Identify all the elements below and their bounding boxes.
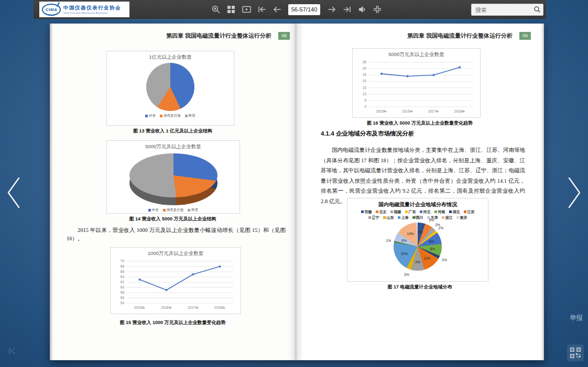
legend-swatch	[368, 216, 371, 219]
svg-text:5: 5	[364, 98, 366, 102]
svg-text:66: 66	[121, 270, 125, 273]
first-page-button[interactable]	[256, 4, 267, 15]
magnifier-plus-icon	[211, 5, 221, 14]
arrow-right-icon	[327, 5, 337, 14]
legend-swatch	[361, 210, 364, 213]
skip-start-icon	[7, 346, 18, 355]
previous-spread-button[interactable]	[3, 175, 26, 210]
grid-icon	[226, 5, 236, 14]
legend-item: 民营	[188, 208, 198, 213]
legend-item: 国有及控股	[160, 114, 181, 118]
association-logo[interactable]: CIMA 中国仪器仪表行业协会 China Instrument Manufac…	[39, 2, 129, 17]
book-spread: 第四章 我国电磁流量计行业整体运行分析 48 1亿元以上企业数量外资国有及控股民…	[50, 24, 544, 360]
svg-text:10: 10	[363, 92, 367, 96]
legend-swatch	[456, 216, 459, 219]
svg-text:2017年: 2017年	[428, 109, 439, 113]
page-number-badge: 49	[519, 32, 531, 40]
svg-text:2017年: 2017年	[188, 306, 199, 309]
right-page-header: 第四章 我国电磁流量计行业整体运行分析 49	[407, 32, 531, 40]
pie-shape	[146, 63, 194, 111]
toolbar: CIMA 中国仪器仪表行业协会 China Instrument Manufac…	[34, 0, 546, 19]
report-link[interactable]: 举报	[570, 314, 583, 322]
legend-swatch	[160, 115, 162, 117]
legend-item: 辽宁	[368, 215, 379, 220]
qr-code-icon	[570, 348, 581, 358]
pie-slice-label: 5%	[418, 230, 422, 233]
skip-end-icon	[342, 5, 352, 14]
pie-slice-label: 6%	[401, 239, 406, 242]
svg-text:58: 58	[121, 291, 125, 294]
fullscreen-button[interactable]	[372, 4, 383, 15]
pie3d-plot	[129, 153, 217, 205]
speaker-icon	[357, 5, 367, 14]
svg-text:60: 60	[121, 285, 125, 289]
qr-code-button[interactable]	[567, 344, 584, 361]
pie-slice-label: 1%	[414, 215, 419, 219]
next-page-button[interactable]	[326, 4, 337, 15]
svg-text:20: 20	[363, 79, 367, 83]
svg-text:2015年: 2015年	[134, 306, 145, 309]
pie-slice-label: 1%	[386, 239, 391, 242]
legend-swatch	[383, 216, 386, 219]
legend-swatch	[449, 210, 452, 213]
pie-slice-label: 14%	[407, 232, 414, 236]
legend-swatch	[163, 209, 166, 212]
svg-text:2018年: 2018年	[214, 306, 225, 309]
svg-text:68: 68	[121, 264, 125, 268]
page-indicator-input[interactable]	[288, 4, 320, 15]
search-input[interactable]	[471, 4, 543, 16]
figure-13-pie-chart: 1亿元以上企业数量外资国有及控股民营	[106, 51, 234, 126]
pie-slice-label: 2%	[442, 258, 447, 262]
legend-item: 国有及控股	[163, 208, 184, 213]
figure-16-line-chart: 5000万元及以上企业数量051015202530352015年2016年201…	[352, 48, 481, 118]
legend-swatch	[145, 115, 148, 117]
figure-15-line-chart: 1000万元及以上企业数量5456586062646668702015年2016…	[110, 247, 241, 314]
legend-swatch	[148, 209, 151, 212]
left-page-header: 第四章 我国电磁流量计行业整体运行分析 48	[166, 32, 290, 40]
pie-slice-label: 12%	[423, 257, 430, 260]
play-box-icon	[242, 5, 252, 14]
viewer-background: CIMA 中国仪器仪表行业协会 China Instrument Manufac…	[0, 0, 588, 367]
org-name-en: China Instrument Manufacturer Associatio…	[63, 12, 121, 14]
legend-swatch	[420, 210, 422, 213]
chart-title: 国内电磁流量计企业地域分布情况	[347, 198, 488, 209]
svg-text:2015年: 2015年	[376, 109, 387, 113]
corner-first-page-button[interactable]	[7, 346, 18, 358]
pie-slice-label: 5%	[429, 218, 433, 222]
legend-item: 安徽	[361, 209, 372, 215]
legend-item: 湖北	[449, 209, 460, 215]
pie-slice-label: 3%	[404, 272, 409, 276]
pie-slice-label: 9%	[415, 260, 420, 263]
legend-item: 山东	[383, 215, 394, 220]
thumbnails-button[interactable]	[226, 4, 236, 15]
legend-item: 浙江	[442, 215, 453, 220]
legend-swatch	[376, 210, 378, 213]
svg-text:64: 64	[121, 275, 125, 279]
legend-swatch	[188, 209, 190, 212]
slideshow-button[interactable]	[241, 4, 252, 15]
sound-button[interactable]	[357, 4, 367, 15]
chapter-title: 第四章 我国电磁流量计行业整体运行分析	[166, 32, 271, 40]
search-icon[interactable]	[533, 6, 541, 15]
left-page: 第四章 我国电磁流量计行业整体运行分析 48 1亿元以上企业数量外资国有及控股民…	[50, 24, 296, 360]
zoom-button[interactable]	[211, 4, 221, 15]
legend-swatch	[442, 216, 444, 219]
legend-swatch	[405, 210, 408, 213]
pie-slice-label: 8%	[429, 239, 434, 243]
svg-text:25: 25	[363, 73, 367, 76]
prev-page-button[interactable]	[271, 4, 282, 15]
chart-title: 5000万元及以上企业数量	[353, 49, 480, 59]
legend-item: 北京	[376, 209, 387, 215]
next-spread-button[interactable]	[562, 175, 585, 210]
legend-item: 福建	[390, 209, 401, 215]
pie3d-top	[129, 153, 217, 197]
svg-text:2016年: 2016年	[402, 109, 413, 113]
svg-text:54: 54	[121, 301, 125, 305]
legend-item: 上海	[398, 215, 409, 220]
page-number-badge: 48	[278, 32, 290, 40]
svg-text:35: 35	[363, 60, 367, 64]
last-page-button[interactable]	[342, 4, 352, 15]
figure-13-caption: 图 13 营业收入 1 亿元及以上企业结构	[50, 128, 296, 135]
left-page-paragraph: 2015 年以来，营业收入 1000 万元及以上企业数量小幅波动增长（见图 15…	[67, 226, 286, 243]
legend-item: 外资	[145, 114, 156, 118]
